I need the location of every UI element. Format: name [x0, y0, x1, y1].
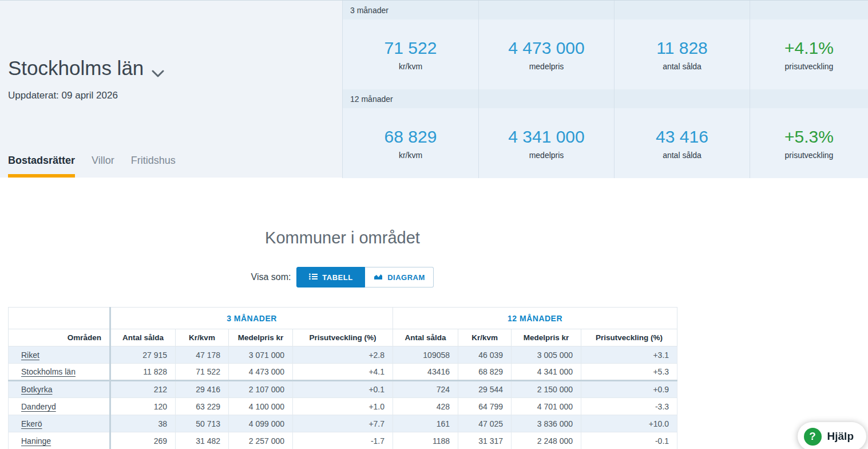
table-cell: 3 836 000: [512, 415, 581, 432]
table-cell: 269: [110, 432, 176, 449]
stat-label: kr/kvm: [399, 62, 422, 71]
page-title: Stockholms län: [8, 54, 164, 82]
area-cell: Ekerö: [9, 415, 110, 432]
table-row: Danderyd12063 2294 100 000+1.042864 7994…: [9, 398, 677, 415]
area-link[interactable]: Riket: [21, 350, 39, 360]
table-body: Riket27 91547 1783 071 000+2.810905846 0…: [9, 346, 677, 449]
hero-section: Stockholms län Uppdaterat: 09 april 2026…: [0, 0, 868, 178]
table-cell: 43416: [393, 364, 458, 381]
table-cell: 64 799: [458, 398, 512, 415]
column-header-row: OmrådenAntal såldaKr/kvmMedelpris krPris…: [9, 329, 677, 346]
stat-medelpris-3m: 4 473 000 medelpris: [478, 19, 614, 89]
table-row: Ekerö3850 7134 099 000+7.716147 0253 836…: [9, 415, 677, 432]
table-cell: 1188: [393, 432, 458, 449]
stat-prisutveckling-12m: +5.3% prisutveckling: [750, 108, 868, 178]
area-link[interactable]: Haninge: [21, 436, 51, 446]
area-link[interactable]: Stockholms län: [21, 367, 76, 376]
hero-left: Stockholms län Uppdaterat: 09 april 2026…: [8, 1, 342, 178]
tab-fritidshus[interactable]: Fritidshus: [131, 155, 176, 178]
stat-label: prisutveckling: [785, 151, 834, 160]
area-cell: Stockholms län: [9, 364, 110, 381]
area-cell: Botkyrka: [9, 381, 110, 398]
table-cell: 38: [110, 415, 176, 432]
area-link[interactable]: Ekerö: [21, 419, 42, 428]
stat-value: +5.3%: [784, 127, 834, 147]
table-cell: +4.1: [293, 364, 393, 381]
table-cell: 212: [110, 381, 176, 398]
column-header: Prisutveckling (%): [293, 329, 393, 346]
table-cell: 27 915: [110, 346, 176, 364]
table-cell: 4 341 000: [512, 364, 581, 381]
period-strip-3m: 3 månader: [342, 1, 478, 19]
table-cell: 50 713: [176, 415, 229, 432]
question-mark-icon: ?: [804, 428, 822, 446]
stat-label: prisutveckling: [785, 62, 834, 71]
period-label: 12 månader: [350, 94, 393, 104]
table-cell: 724: [393, 381, 458, 398]
column-header: Medelpris kr: [512, 329, 581, 346]
table-cell: +3.1: [581, 346, 677, 364]
table-cell: +0.9: [581, 381, 677, 398]
diagram-button-label: DIAGRAM: [387, 273, 425, 282]
table-cell: 2 150 000: [512, 381, 581, 398]
stat-antal-salda-3m: 11 828 antal sålda: [614, 19, 750, 89]
view-toggle-group: TABELL DIAGRAM: [296, 267, 434, 287]
table-cell: 29 416: [176, 381, 229, 398]
period-strip: [614, 1, 750, 19]
diagram-button[interactable]: DIAGRAM: [365, 267, 434, 287]
stat-value: 4 341 000: [508, 127, 584, 147]
table-cell: 109058: [393, 346, 458, 364]
table-cell: -1.7: [293, 432, 393, 449]
help-button[interactable]: ? Hjälp: [798, 422, 866, 449]
section-heading: Kommuner i området: [8, 229, 677, 247]
chevron-down-icon[interactable]: [152, 59, 164, 82]
period-strip: [750, 89, 868, 108]
area-link[interactable]: Botkyrka: [21, 385, 52, 394]
group-header-3m: 3 MÅNADER: [110, 308, 393, 329]
table-row: Botkyrka21229 4162 107 000+0.172429 5442…: [9, 381, 677, 398]
view-toggle-label: Visa som:: [251, 272, 291, 282]
stat-prisutveckling-3m: +4.1% prisutveckling: [750, 19, 868, 89]
column-header: Kr/kvm: [458, 329, 512, 346]
table-cell: +10.0: [581, 415, 677, 432]
view-toggle-row: Visa som: TABELL DIAGRAM: [8, 267, 677, 287]
stat-value: 68 829: [385, 127, 437, 147]
table-cell: 29 544: [458, 381, 512, 398]
column-header: Medelpris kr: [229, 329, 293, 346]
table-cell: +1.0: [293, 398, 393, 415]
stat-antal-salda-12m: 43 416 antal sålda: [614, 108, 750, 178]
stat-label: antal sålda: [663, 62, 701, 71]
table-cell: 3 071 000: [229, 346, 293, 364]
tab-villor[interactable]: Villor: [92, 155, 114, 178]
group-header-row: 3 MÅNADER 12 MÅNADER: [9, 308, 677, 329]
area-link[interactable]: Danderyd: [21, 402, 56, 411]
area-cell: Danderyd: [9, 398, 110, 415]
stat-label: medelpris: [529, 62, 564, 71]
area-cell: Haninge: [9, 432, 110, 449]
tab-bostadsratter[interactable]: Bostadsrätter: [8, 155, 75, 178]
table-cell: 4 473 000: [229, 364, 293, 381]
stat-value: 4 473 000: [508, 38, 584, 58]
table-cell: 428: [393, 398, 458, 415]
period-label: 3 månader: [350, 6, 389, 15]
column-header: Prisutveckling (%): [581, 329, 677, 346]
group-header-12m: 12 MÅNADER: [393, 308, 677, 329]
period-strip-12m: 12 månader: [342, 89, 478, 108]
help-button-label: Hjälp: [827, 430, 854, 443]
period-strip: [478, 89, 614, 108]
region-name: Stockholms län: [8, 57, 144, 80]
table-cell: 47 025: [458, 415, 512, 432]
area-chart-icon: [374, 273, 383, 282]
column-header: Kr/kvm: [176, 329, 229, 346]
tabell-button[interactable]: TABELL: [296, 267, 365, 287]
table-cell: 2 107 000: [229, 381, 293, 398]
table-cell: +7.7: [293, 415, 393, 432]
stats-grid: 3 månader 71 522 kr/kvm 4 473 000 medelp…: [342, 1, 868, 178]
stat-kr-kvm-3m: 71 522 kr/kvm: [342, 19, 478, 89]
table-cell: -3.3: [581, 398, 677, 415]
stat-label: antal sålda: [663, 151, 701, 160]
period-strip: [750, 1, 868, 19]
table-cell: 4 099 000: [229, 415, 293, 432]
column-header: Områden: [9, 329, 110, 346]
table-cell: +2.8: [293, 346, 393, 364]
